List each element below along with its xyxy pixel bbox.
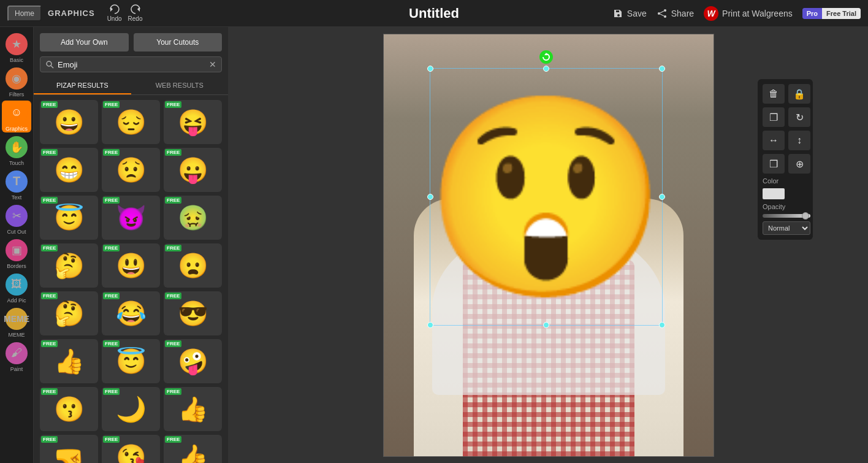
rotate-handle[interactable] [539, 50, 553, 64]
undo-redo-group: Undo Redo [107, 4, 143, 22]
emoji-item-22[interactable]: FREE😘 [102, 435, 160, 463]
svg-line-6 [660, 14, 664, 16]
emoji-item-1[interactable]: FREE😔 [102, 100, 160, 144]
emoji-item-16[interactable]: FREE😇 [102, 339, 160, 383]
emoji-item-8[interactable]: FREE🤢 [164, 196, 222, 240]
sidebar-item-addpic[interactable]: 🖼 Add Pic [2, 272, 31, 304]
search-icon [45, 60, 54, 69]
search-input[interactable] [58, 60, 209, 69]
rotate-cw-button[interactable]: ↻ [788, 107, 810, 127]
sidebar-item-borders[interactable]: ▣ Borders [2, 238, 31, 270]
paint-label: Paint [10, 366, 23, 372]
canvas-area[interactable]: 😲 [229, 27, 868, 463]
emoji-item-12[interactable]: FREE🤔 [40, 291, 98, 335]
cutout-icon: ✂ [6, 205, 28, 227]
meme-label: MEME [9, 332, 25, 338]
add-your-own-button[interactable]: Add Your Own [40, 33, 129, 52]
svg-point-7 [47, 61, 51, 66]
selection-box [430, 68, 663, 326]
emoji-item-10[interactable]: FREE😃 [102, 243, 160, 288]
flip-h-button[interactable]: ↔ [763, 131, 785, 150]
opacity-thumb[interactable] [802, 212, 809, 220]
emoji-grid: FREE😀FREE😔FREE😝FREE😁FREE😟FREE😛FREE😇FREE😈… [34, 100, 228, 463]
sidebar-item-cutout[interactable]: ✂ Cut Out [2, 204, 31, 235]
lock-button[interactable]: 🔒 [788, 84, 810, 104]
opacity-section: Opacity [763, 203, 810, 218]
pro-trial-badge[interactable]: Pro Free Trial [802, 8, 861, 19]
borders-icon: ▣ [6, 239, 28, 261]
panel-buttons: Add Your Own Your Cutouts [34, 27, 228, 56]
emoji-item-6[interactable]: FREE😇 [40, 196, 98, 240]
delete-button[interactable]: 🗑 [763, 84, 785, 104]
sidebar-item-meme[interactable]: MEME MEME [2, 307, 31, 339]
opacity-slider[interactable] [763, 214, 810, 218]
emoji-item-3[interactable]: FREE😁 [40, 148, 98, 192]
topbar-right: Save Share W Print at Walgreens Pro Free… [612, 6, 861, 21]
svg-point-4 [658, 12, 660, 15]
emoji-item-14[interactable]: FREE😎 [164, 291, 222, 335]
meme-icon: MEME [6, 308, 28, 330]
basic-icon: ★ [6, 33, 28, 55]
svg-line-5 [660, 11, 664, 13]
filters-label: Filters [9, 91, 25, 98]
emoji-item-17[interactable]: FREE🤪 [164, 339, 222, 383]
svg-point-2 [664, 9, 666, 12]
document-title: Untitled [409, 6, 459, 21]
sidebar-item-text[interactable]: T Text [2, 169, 31, 201]
addpic-label: Add Pic [7, 297, 26, 304]
handle-bottom-left[interactable] [427, 322, 433, 328]
emoji-item-0[interactable]: FREE😀 [40, 100, 98, 144]
handle-bottom-right[interactable] [659, 322, 665, 328]
emoji-item-13[interactable]: FREE😂 [102, 291, 160, 335]
search-bar: ✕ [40, 56, 222, 72]
emoji-item-2[interactable]: FREE😝 [164, 100, 222, 144]
emoji-item-18[interactable]: FREE😗 [40, 387, 98, 431]
emoji-item-4[interactable]: FREE😟 [102, 148, 160, 192]
home-button[interactable]: Home [7, 6, 42, 21]
opacity-label: Opacity [763, 203, 810, 210]
emoji-item-19[interactable]: FREE🌙 [102, 387, 160, 431]
graphics-label: Graphics [6, 126, 28, 132]
your-cutouts-button[interactable]: Your Cutouts [134, 33, 223, 52]
handle-mid-right[interactable] [659, 194, 665, 200]
pro-label: Pro [802, 8, 822, 19]
sidebar-item-graphics[interactable]: ☺ Graphics [2, 101, 31, 132]
sidebar-item-filters[interactable]: ◉ Filters [2, 66, 31, 98]
handle-top-left[interactable] [427, 66, 433, 72]
emoji-item-23[interactable]: FREE👍 [164, 435, 222, 463]
emoji-item-20[interactable]: FREE👍 [164, 387, 222, 431]
copy-button[interactable]: ❐ [763, 107, 785, 127]
sidebar-item-basic[interactable]: ★ Basic [2, 32, 31, 64]
canvas-photo[interactable]: 😲 [383, 34, 714, 457]
save-button[interactable]: Save [612, 8, 647, 19]
handle-bottom-mid[interactable] [543, 322, 549, 328]
walgreens-button[interactable]: W Print at Walgreens [704, 6, 793, 21]
redo-button[interactable]: Redo [128, 4, 143, 22]
color-swatch[interactable] [763, 188, 785, 199]
emoji-item-11[interactable]: FREE😦 [164, 243, 222, 288]
duplicate-button[interactable]: ❒ [763, 154, 785, 174]
more-button[interactable]: ⊕ [788, 154, 810, 174]
sidebar-item-paint[interactable]: 🖌 Paint [2, 341, 31, 373]
handle-top-right[interactable] [659, 66, 665, 72]
tab-web-results[interactable]: WEB RESULTS [131, 77, 229, 94]
handle-mid-left[interactable] [427, 194, 433, 200]
emoji-item-21[interactable]: FREE🤜 [40, 435, 98, 463]
undo-button[interactable]: Undo [107, 4, 122, 22]
graphics-panel: Add Your Own Your Cutouts ✕ PIZAP RESULT… [34, 27, 229, 463]
graphics-icon: ☺ [6, 102, 28, 124]
borders-label: Borders [7, 263, 26, 269]
search-clear-button[interactable]: ✕ [209, 59, 216, 69]
emoji-item-15[interactable]: FREE👍 [40, 339, 98, 383]
handle-top-mid[interactable] [543, 66, 549, 72]
sidebar-item-touch[interactable]: ✋ Touch [2, 135, 31, 167]
flip-v-button[interactable]: ↕ [788, 131, 810, 150]
tab-pizap-results[interactable]: PIZAP RESULTS [34, 77, 131, 94]
emoji-item-5[interactable]: FREE😛 [164, 148, 222, 192]
blend-mode-select[interactable]: Normal Multiply Screen Overlay [763, 221, 810, 235]
filters-icon: ◉ [6, 67, 28, 90]
svg-marker-1 [137, 7, 140, 12]
emoji-item-9[interactable]: FREE🤔 [40, 243, 98, 288]
share-button[interactable]: Share [657, 8, 694, 19]
emoji-item-7[interactable]: FREE😈 [102, 196, 160, 240]
